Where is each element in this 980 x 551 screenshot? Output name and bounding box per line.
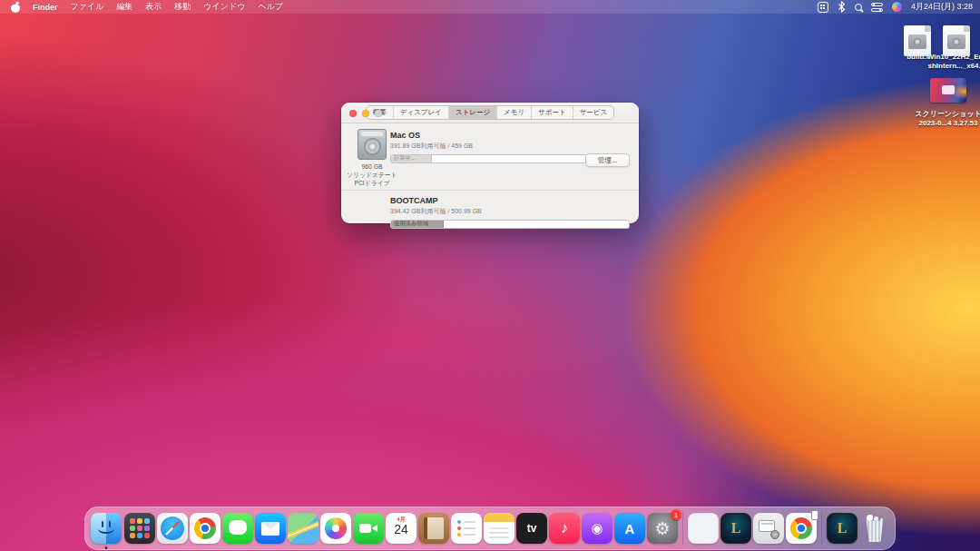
menu-bar-clock[interactable]: 4月24日(月) 3:28 <box>911 1 973 13</box>
about-this-mac-window: 概要 ディスプレイ ストレージ メモリ サポート サービス 960 GB ソリッ… <box>341 103 639 223</box>
tab-storage[interactable]: ストレージ <box>448 106 496 119</box>
calendar-icon[interactable]: 4月 24 <box>386 513 416 544</box>
window-badge <box>811 510 818 520</box>
trash-icon[interactable] <box>859 513 890 544</box>
storage-bar-fill-used: 使用済み領域 <box>391 221 444 228</box>
storage-bar: 使用済み領域 <box>390 220 630 229</box>
menu-item-finder[interactable]: Finder <box>33 3 58 12</box>
league-of-legends-folder-icon[interactable]: L <box>827 513 858 544</box>
dock-separator <box>682 512 683 545</box>
minimize-button[interactable] <box>362 110 369 117</box>
dock: 4月 24 tv ♪ ◉ A ⚙ 1 L L <box>84 507 896 550</box>
menu-item-go[interactable]: 移動 <box>174 1 191 13</box>
zoom-button-disabled <box>375 110 382 117</box>
traffic-lights <box>349 110 382 117</box>
contacts-icon[interactable] <box>418 513 449 544</box>
installer-icon[interactable] <box>753 513 784 544</box>
siri-icon[interactable] <box>892 2 902 12</box>
desktop-icon-label: スクリーンショット 2023-0...4 3.27.53 <box>907 110 980 128</box>
app-store-icon[interactable]: A <box>614 513 645 544</box>
menu-bar: Finder ファイル 編集 表示 移動 ウインドウ ヘルプ 4月24日(月) … <box>0 0 980 14</box>
maps-icon[interactable] <box>288 513 318 544</box>
apple-logo-icon[interactable] <box>11 2 20 13</box>
dock-separator <box>821 512 822 545</box>
control-center-icon[interactable] <box>871 3 883 12</box>
hard-drive-icon <box>358 129 387 160</box>
blank-app-icon[interactable] <box>688 513 719 544</box>
desktop-icon-disk-image-2[interactable] <box>943 25 970 56</box>
apple-tv-icon[interactable]: tv <box>516 513 547 544</box>
league-of-legends-icon[interactable]: L <box>720 513 751 544</box>
reminders-icon[interactable] <box>451 513 482 544</box>
spotlight-icon[interactable] <box>855 4 862 11</box>
desktop: Finder ファイル 編集 表示 移動 ウインドウ ヘルプ 4月24日(月) … <box>0 0 980 551</box>
safari-icon[interactable] <box>157 513 188 544</box>
storage-bar-fill-calculating: 計算中... <box>391 155 432 162</box>
menu-item-window[interactable]: ウインドウ <box>203 1 245 13</box>
facetime-icon[interactable] <box>353 513 384 544</box>
launchpad-icon[interactable] <box>124 513 155 544</box>
music-icon[interactable]: ♪ <box>549 513 580 544</box>
volume-name: Mac OS <box>390 131 630 140</box>
tab-support[interactable]: サポート <box>531 106 573 119</box>
disk-label: 960 GB ソリッドステート PCIドライブ <box>347 162 397 187</box>
volume-bootcamp: BOOTCAMP 394.42 GB利用可能 / 500.99 GB 使用済み領… <box>390 196 630 229</box>
podcasts-icon[interactable]: ◉ <box>582 513 612 544</box>
menu-bar-status: 4月24日(月) 3:28 <box>818 1 980 13</box>
photos-icon[interactable] <box>320 513 351 544</box>
volume-detail: 391.89 GB利用可能 / 459 GB <box>390 142 630 151</box>
desktop-icon-label: Win10_22H2_Eng shIntern..._x64.is <box>918 53 980 71</box>
tab-memory[interactable]: メモリ <box>496 106 531 119</box>
disk-image-glyph <box>947 34 965 49</box>
menu-item-file[interactable]: ファイル <box>71 1 104 13</box>
chrome-icon[interactable] <box>190 513 220 544</box>
menu-item-view[interactable]: 表示 <box>145 1 162 13</box>
desktop-icon-disk-image-1[interactable] <box>904 25 931 56</box>
desktop-icon-screenshot[interactable] <box>930 78 966 103</box>
notes-icon[interactable] <box>484 513 514 544</box>
menu-item-edit[interactable]: 編集 <box>116 1 132 13</box>
volume-name: BOOTCAMP <box>390 196 630 205</box>
window-body: 960 GB ソリッドステート PCIドライブ Mac OS 391.89 GB… <box>341 123 639 222</box>
mail-icon[interactable] <box>255 513 286 544</box>
window-tab-bar: 概要 ディスプレイ ストレージ メモリ サポート サービス <box>366 105 614 120</box>
chrome-window-icon[interactable] <box>786 513 817 544</box>
finder-icon[interactable] <box>91 513 122 544</box>
bluetooth-icon[interactable] <box>838 1 846 13</box>
window-titlebar[interactable]: 概要 ディスプレイ ストレージ メモリ サポート サービス <box>341 103 639 123</box>
disk-image-glyph <box>908 34 926 49</box>
menu-item-help[interactable]: ヘルプ <box>258 1 283 13</box>
messages-icon[interactable] <box>222 513 253 544</box>
section-divider <box>341 190 639 191</box>
tab-displays[interactable]: ディスプレイ <box>393 106 448 119</box>
dock-slot <box>90 507 122 550</box>
input-source-icon[interactable] <box>818 2 828 13</box>
tab-service[interactable]: サービス <box>573 106 614 119</box>
close-button[interactable] <box>349 110 357 117</box>
running-indicator <box>105 546 108 549</box>
system-preferences-icon[interactable]: ⚙ 1 <box>647 513 678 544</box>
menu-bar-left: Finder ファイル 編集 表示 移動 ウインドウ ヘルプ <box>0 1 283 13</box>
manage-button[interactable]: 管理... <box>585 153 630 167</box>
volume-detail: 394.42 GB利用可能 / 500.99 GB <box>390 207 630 216</box>
notification-badge: 1 <box>671 509 681 520</box>
